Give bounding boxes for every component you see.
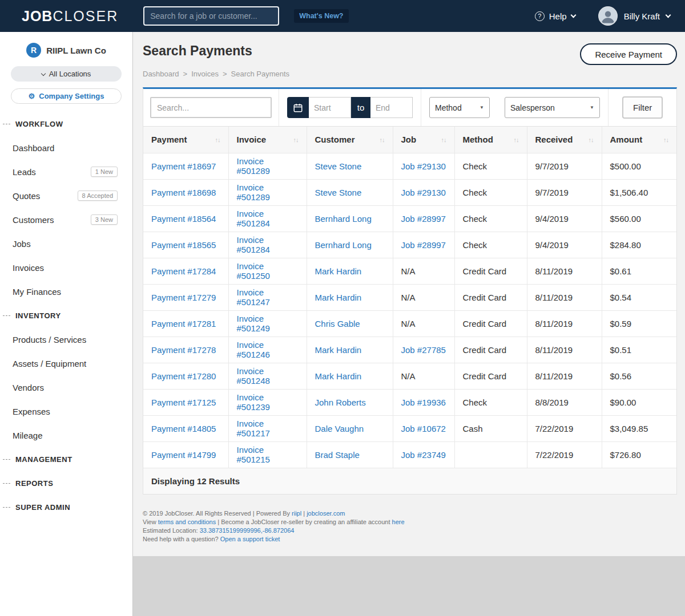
receive-payment-button[interactable]: Receive Payment <box>580 43 677 65</box>
start-date-input[interactable] <box>309 97 351 118</box>
logo[interactable]: JOBCLOSER <box>22 8 118 25</box>
invoice-link[interactable]: Invoice #501246 <box>237 340 270 359</box>
customer-link[interactable]: Chris Gable <box>315 319 360 329</box>
footer-link[interactable]: terms and conditions <box>158 518 216 525</box>
end-date-input[interactable] <box>370 97 413 118</box>
column-header-amount[interactable]: Amount↑↓ <box>602 127 676 153</box>
customer-link[interactable]: Dale Vaughn <box>315 424 364 433</box>
breadcrumb-item[interactable]: Dashboard <box>143 70 179 78</box>
payment-link[interactable]: Payment #17125 <box>151 398 216 407</box>
invoice-link[interactable]: Invoice #501289 <box>237 156 270 176</box>
customer-link[interactable]: John Roberts <box>315 398 366 407</box>
job-cell: N/A <box>393 284 454 310</box>
column-header-received[interactable]: Received↑↓ <box>527 127 602 153</box>
sidebar-item-invoices[interactable]: Invoices <box>0 256 132 279</box>
filter-search-segment <box>143 89 279 126</box>
user-menu[interactable]: Billy Kraft <box>598 6 670 26</box>
customer-cell: Brad Staple <box>307 441 393 468</box>
customer-link[interactable]: Mark Hardin <box>315 266 362 276</box>
customer-link[interactable]: Steve Stone <box>315 188 362 197</box>
sidebar-item-label: Vendors <box>13 383 44 392</box>
invoice-link[interactable]: Invoice #501247 <box>237 287 270 307</box>
sidebar-item-mileage[interactable]: Mileage <box>0 423 132 447</box>
job-link[interactable]: Job #19936 <box>401 398 446 407</box>
user-name: Billy Kraft <box>624 11 660 21</box>
payment-link[interactable]: Payment #17281 <box>151 319 216 329</box>
customer-link[interactable]: Bernhard Long <box>315 240 372 250</box>
invoice-link[interactable]: Invoice #501248 <box>237 366 270 386</box>
payment-link[interactable]: Payment #18564 <box>151 214 216 224</box>
invoice-cell: Invoice #501217 <box>228 415 307 441</box>
payment-link[interactable]: Payment #18698 <box>151 188 216 197</box>
sidebar-item-jobs[interactable]: Jobs <box>0 232 132 256</box>
sidebar-item-vendors[interactable]: Vendors <box>0 375 132 399</box>
column-header-job[interactable]: Job↑↓ <box>393 127 454 153</box>
salesperson-select[interactable]: Salesperson ▼ <box>505 97 600 118</box>
payment-link[interactable]: Payment #18697 <box>151 161 216 171</box>
invoice-link[interactable]: Invoice #501239 <box>237 392 270 412</box>
company-settings-button[interactable]: ⚙ Company Settings <box>11 88 122 104</box>
invoice-link[interactable]: Invoice #501215 <box>237 445 270 464</box>
job-link[interactable]: Job #28997 <box>401 214 446 224</box>
job-link[interactable]: Job #23749 <box>401 450 446 460</box>
breadcrumb-separator: > <box>183 70 188 78</box>
job-link[interactable]: Job #29130 <box>401 188 446 197</box>
column-header-invoice[interactable]: Invoice↑↓ <box>228 127 307 153</box>
job-link[interactable]: Job #29130 <box>401 161 446 171</box>
footer-link[interactable]: 33.387315199999996,-86.872064 <box>200 527 295 534</box>
calendar-button[interactable] <box>287 97 309 118</box>
breadcrumb-item[interactable]: Invoices <box>191 70 219 78</box>
column-header-customer[interactable]: Customer↑↓ <box>307 127 393 153</box>
column-header-payment[interactable]: Payment↑↓ <box>143 127 228 153</box>
invoice-link[interactable]: Invoice #501284 <box>237 235 270 254</box>
job-link[interactable]: Job #28997 <box>401 240 446 250</box>
sidebar-item-quotes[interactable]: Quotes8 Accepted <box>0 184 132 208</box>
sidebar-item-my-finances[interactable]: My Finances <box>0 279 132 303</box>
sidebar-item-products-services[interactable]: Products / Services <box>0 327 132 351</box>
sort-icon: ↑↓ <box>380 136 385 143</box>
sort-icon: ↑↓ <box>215 136 220 143</box>
payment-link[interactable]: Payment #17279 <box>151 293 216 302</box>
column-header-content: Received↑↓ <box>535 135 594 144</box>
job-link[interactable]: Job #27785 <box>401 345 446 355</box>
job-link[interactable]: Job #10672 <box>401 424 446 433</box>
help-menu[interactable]: ? Help <box>535 11 575 21</box>
table-search-input[interactable] <box>150 97 272 118</box>
footer-link[interactable]: here <box>392 518 405 525</box>
sidebar-item-expenses[interactable]: Expenses <box>0 399 132 423</box>
customer-link[interactable]: Bernhard Long <box>315 214 372 224</box>
payment-link[interactable]: Payment #17280 <box>151 371 216 381</box>
customer-link[interactable]: Brad Staple <box>315 450 360 460</box>
payment-link[interactable]: Payment #18565 <box>151 240 216 250</box>
invoice-link[interactable]: Invoice #501250 <box>237 261 270 281</box>
invoice-link[interactable]: Invoice #501217 <box>237 419 270 438</box>
global-search-input[interactable] <box>143 6 279 26</box>
company-selector[interactable]: R RIIPL Lawn Co <box>0 41 132 59</box>
customer-link[interactable]: Mark Hardin <box>315 371 362 381</box>
customer-link[interactable]: Mark Hardin <box>315 293 362 302</box>
table-row: Payment #18565Invoice #501284Bernhard Lo… <box>143 232 676 258</box>
whats-new-button[interactable]: What's New? <box>294 9 348 23</box>
payment-link[interactable]: Payment #17278 <box>151 345 216 355</box>
sidebar-item-assets-equipment[interactable]: Assets / Equipment <box>0 351 132 375</box>
customer-link[interactable]: Steve Stone <box>315 161 362 171</box>
footer-link[interactable]: Open a support ticket <box>220 536 280 542</box>
sidebar-item-dashboard[interactable]: Dashboard <box>0 136 132 160</box>
payment-link[interactable]: Payment #17284 <box>151 266 216 276</box>
sidebar-item-customers[interactable]: Customers3 New <box>0 208 132 232</box>
payment-link[interactable]: Payment #14799 <box>151 450 216 460</box>
caret-down-icon: ▼ <box>480 105 484 110</box>
customer-cell: Mark Hardin <box>307 363 393 389</box>
locations-dropdown[interactable]: All Locations <box>11 66 122 82</box>
payment-link[interactable]: Payment #14805 <box>151 424 216 433</box>
footer-link[interactable]: jobcloser.com <box>307 510 345 517</box>
invoice-link[interactable]: Invoice #501284 <box>237 209 270 228</box>
column-header-method[interactable]: Method↑↓ <box>454 127 527 153</box>
invoice-link[interactable]: Invoice #501249 <box>237 314 270 333</box>
sidebar-item-leads[interactable]: Leads1 New <box>0 160 132 184</box>
customer-link[interactable]: Mark Hardin <box>315 345 362 355</box>
invoice-link[interactable]: Invoice #501289 <box>237 183 270 202</box>
footer-link[interactable]: riipl <box>292 510 301 517</box>
method-select[interactable]: Method ▼ <box>429 97 490 118</box>
filter-button[interactable]: Filter <box>622 96 663 119</box>
